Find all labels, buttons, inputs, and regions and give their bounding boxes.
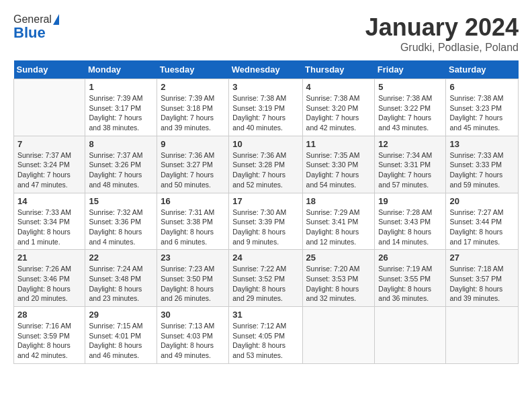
day-info: Sunrise: 7:22 AMSunset: 3:52 PMDaylight:… [232, 264, 298, 304]
calendar-table: SundayMondayTuesdayWednesdayThursdayFrid… [13, 60, 519, 364]
day-number: 10 [232, 139, 298, 149]
day-cell: 22Sunrise: 7:24 AMSunset: 3:48 PMDayligh… [85, 250, 157, 307]
day-cell: 6Sunrise: 7:38 AMSunset: 3:23 PMDaylight… [446, 79, 519, 136]
day-cell: 15Sunrise: 7:32 AMSunset: 3:36 PMDayligh… [85, 193, 157, 250]
week-row-5: 28Sunrise: 7:16 AMSunset: 3:59 PMDayligh… [14, 307, 519, 364]
week-row-3: 14Sunrise: 7:33 AMSunset: 3:34 PMDayligh… [14, 193, 519, 250]
calendar-title: January 2024 [365, 13, 519, 42]
logo-blue: Blue [13, 24, 46, 42]
day-info: Sunrise: 7:38 AMSunset: 3:22 PMDaylight:… [378, 93, 442, 133]
day-info: Sunrise: 7:38 AMSunset: 3:20 PMDaylight:… [306, 93, 371, 133]
day-info: Sunrise: 7:34 AMSunset: 3:31 PMDaylight:… [378, 150, 442, 190]
day-number: 11 [306, 139, 371, 149]
day-cell: 13Sunrise: 7:33 AMSunset: 3:33 PMDayligh… [446, 136, 519, 193]
day-info: Sunrise: 7:30 AMSunset: 3:39 PMDaylight:… [232, 208, 298, 247]
day-number: 2 [161, 82, 225, 92]
header-saturday: Saturday [446, 60, 519, 79]
day-cell: 20Sunrise: 7:27 AMSunset: 3:44 PMDayligh… [446, 193, 519, 250]
day-number: 12 [378, 139, 442, 149]
day-cell: 16Sunrise: 7:31 AMSunset: 3:38 PMDayligh… [157, 193, 229, 250]
day-cell: 7Sunrise: 7:37 AMSunset: 3:24 PMDaylight… [14, 136, 85, 193]
day-info: Sunrise: 7:36 AMSunset: 3:27 PMDaylight:… [161, 150, 225, 190]
day-info: Sunrise: 7:28 AMSunset: 3:43 PMDaylight:… [378, 208, 442, 247]
day-cell: 21Sunrise: 7:26 AMSunset: 3:46 PMDayligh… [14, 250, 85, 307]
day-number: 20 [449, 196, 515, 206]
day-number: 30 [161, 310, 225, 320]
day-info: Sunrise: 7:33 AMSunset: 3:34 PMDaylight:… [17, 208, 81, 247]
day-info: Sunrise: 7:15 AMSunset: 4:01 PMDaylight:… [89, 321, 153, 361]
day-info: Sunrise: 7:35 AMSunset: 3:30 PMDaylight:… [306, 150, 371, 190]
day-number: 26 [378, 253, 442, 263]
day-number: 17 [232, 196, 298, 206]
day-number: 4 [306, 82, 371, 92]
day-cell: 24Sunrise: 7:22 AMSunset: 3:52 PMDayligh… [229, 250, 302, 307]
day-cell: 12Sunrise: 7:34 AMSunset: 3:31 PMDayligh… [375, 136, 446, 193]
day-info: Sunrise: 7:32 AMSunset: 3:36 PMDaylight:… [89, 208, 153, 247]
day-info: Sunrise: 7:33 AMSunset: 3:33 PMDaylight:… [449, 150, 515, 190]
day-info: Sunrise: 7:36 AMSunset: 3:28 PMDaylight:… [232, 150, 298, 190]
day-cell: 31Sunrise: 7:12 AMSunset: 4:05 PMDayligh… [229, 307, 302, 364]
day-info: Sunrise: 7:38 AMSunset: 3:23 PMDaylight:… [449, 93, 515, 133]
day-number: 21 [17, 253, 81, 263]
header-sunday: Sunday [14, 60, 85, 79]
day-number: 3 [232, 82, 298, 92]
day-cell: 27Sunrise: 7:18 AMSunset: 3:57 PMDayligh… [446, 250, 519, 307]
day-cell [302, 307, 375, 364]
day-number: 19 [378, 196, 442, 206]
header-friday: Friday [375, 60, 446, 79]
week-row-1: 1Sunrise: 7:39 AMSunset: 3:17 PMDaylight… [14, 79, 519, 136]
day-number: 23 [161, 253, 225, 263]
logo: General Blue [13, 13, 59, 42]
day-number: 6 [449, 82, 515, 92]
day-cell: 25Sunrise: 7:20 AMSunset: 3:53 PMDayligh… [302, 250, 375, 307]
day-info: Sunrise: 7:27 AMSunset: 3:44 PMDaylight:… [449, 208, 515, 247]
day-cell [375, 307, 446, 364]
title-section: January 2024 Grudki, Podlasie, Poland [365, 13, 519, 54]
header-tuesday: Tuesday [157, 60, 229, 79]
day-number: 27 [449, 253, 515, 263]
day-number: 16 [161, 196, 225, 206]
day-cell: 26Sunrise: 7:19 AMSunset: 3:55 PMDayligh… [375, 250, 446, 307]
day-cell: 3Sunrise: 7:38 AMSunset: 3:19 PMDaylight… [229, 79, 302, 136]
day-info: Sunrise: 7:39 AMSunset: 3:18 PMDaylight:… [161, 93, 225, 133]
day-number: 22 [89, 253, 153, 263]
week-row-4: 21Sunrise: 7:26 AMSunset: 3:46 PMDayligh… [14, 250, 519, 307]
day-number: 8 [89, 139, 153, 149]
day-number: 28 [17, 310, 81, 320]
day-number: 7 [17, 139, 81, 149]
day-cell: 11Sunrise: 7:35 AMSunset: 3:30 PMDayligh… [302, 136, 375, 193]
day-number: 15 [89, 196, 153, 206]
day-cell [14, 79, 85, 136]
day-info: Sunrise: 7:26 AMSunset: 3:46 PMDaylight:… [17, 264, 81, 304]
day-cell: 14Sunrise: 7:33 AMSunset: 3:34 PMDayligh… [14, 193, 85, 250]
day-number: 1 [89, 82, 153, 92]
day-info: Sunrise: 7:23 AMSunset: 3:50 PMDaylight:… [161, 264, 225, 304]
day-info: Sunrise: 7:39 AMSunset: 3:17 PMDaylight:… [89, 93, 153, 133]
day-cell: 19Sunrise: 7:28 AMSunset: 3:43 PMDayligh… [375, 193, 446, 250]
day-number: 25 [306, 253, 371, 263]
day-cell: 9Sunrise: 7:36 AMSunset: 3:27 PMDaylight… [157, 136, 229, 193]
logo-triangle-icon [53, 14, 59, 25]
day-cell: 4Sunrise: 7:38 AMSunset: 3:20 PMDaylight… [302, 79, 375, 136]
day-cell: 2Sunrise: 7:39 AMSunset: 3:18 PMDaylight… [157, 79, 229, 136]
day-info: Sunrise: 7:37 AMSunset: 3:26 PMDaylight:… [89, 150, 153, 190]
day-number: 14 [17, 196, 81, 206]
day-info: Sunrise: 7:37 AMSunset: 3:24 PMDaylight:… [17, 150, 81, 190]
day-info: Sunrise: 7:31 AMSunset: 3:38 PMDaylight:… [161, 208, 225, 247]
day-cell: 1Sunrise: 7:39 AMSunset: 3:17 PMDaylight… [85, 79, 157, 136]
day-number: 9 [161, 139, 225, 149]
day-cell: 28Sunrise: 7:16 AMSunset: 3:59 PMDayligh… [14, 307, 85, 364]
day-info: Sunrise: 7:16 AMSunset: 3:59 PMDaylight:… [17, 321, 81, 361]
day-info: Sunrise: 7:29 AMSunset: 3:41 PMDaylight:… [306, 208, 371, 247]
header-row: SundayMondayTuesdayWednesdayThursdayFrid… [14, 60, 519, 79]
header-wednesday: Wednesday [229, 60, 302, 79]
day-number: 5 [378, 82, 442, 92]
day-info: Sunrise: 7:38 AMSunset: 3:19 PMDaylight:… [232, 93, 298, 133]
day-info: Sunrise: 7:13 AMSunset: 4:03 PMDaylight:… [161, 321, 225, 361]
day-number: 24 [232, 253, 298, 263]
day-number: 31 [232, 310, 298, 320]
day-cell: 18Sunrise: 7:29 AMSunset: 3:41 PMDayligh… [302, 193, 375, 250]
day-cell: 23Sunrise: 7:23 AMSunset: 3:50 PMDayligh… [157, 250, 229, 307]
day-info: Sunrise: 7:20 AMSunset: 3:53 PMDaylight:… [306, 264, 371, 304]
header-thursday: Thursday [302, 60, 375, 79]
